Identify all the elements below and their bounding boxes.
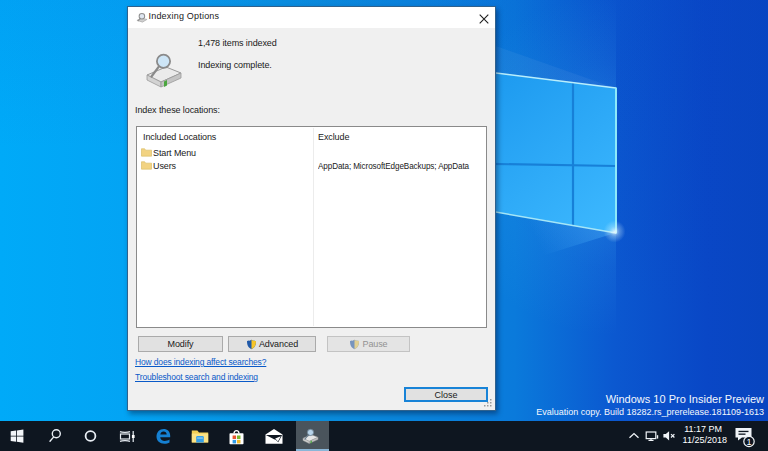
svg-text:1: 1 — [746, 437, 751, 447]
